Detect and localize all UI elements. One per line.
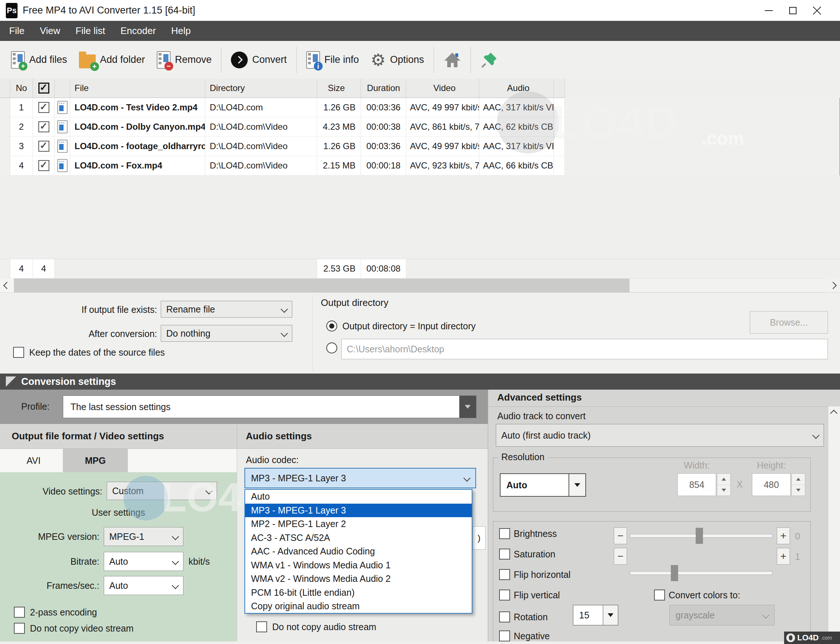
- convert-button[interactable]: Convert: [225, 44, 293, 75]
- scroll-left-button[interactable]: [0, 279, 14, 292]
- close-button[interactable]: [805, 0, 829, 21]
- custom-directory-radio[interactable]: [326, 342, 337, 353]
- spin-down-button[interactable]: [717, 485, 730, 496]
- video-settings-select[interactable]: Custom: [107, 482, 217, 500]
- two-pass-checkbox[interactable]: [14, 607, 25, 618]
- row-checkbox[interactable]: [38, 160, 49, 171]
- options-button[interactable]: ⚙ Options: [365, 44, 430, 75]
- same-directory-radio[interactable]: [326, 320, 337, 332]
- saturation-plus-button[interactable]: +: [777, 548, 790, 565]
- resolution-select[interactable]: Auto: [500, 473, 586, 497]
- fps-select[interactable]: Auto: [104, 576, 184, 595]
- table-row[interactable]: 3 LO4D.com - footage_oldharryrocks.mp4 D…: [0, 137, 840, 156]
- width-input[interactable]: 854: [678, 473, 716, 496]
- dropdown-option[interactable]: WMA v1 - Windows Media Audio 1: [245, 559, 472, 572]
- row-checkbox[interactable]: [38, 141, 49, 152]
- dropdown-option[interactable]: PCM 16-bit (Little endian): [245, 586, 472, 600]
- no-copy-video-checkbox[interactable]: [14, 623, 25, 634]
- row-checkbox[interactable]: [38, 122, 49, 132]
- height-stepper[interactable]: [791, 473, 805, 496]
- spin-up-button[interactable]: [792, 474, 805, 485]
- width-stepper[interactable]: [717, 473, 731, 496]
- height-input[interactable]: 480: [752, 473, 791, 496]
- custom-directory-option[interactable]: [326, 342, 337, 353]
- slider-thumb[interactable]: [671, 565, 678, 581]
- brightness-slider[interactable]: [630, 527, 773, 544]
- vertical-scrollbar[interactable]: [828, 406, 840, 644]
- column-directory[interactable]: Directory: [205, 79, 317, 98]
- saturation-option[interactable]: Saturation: [499, 549, 555, 560]
- keep-dates-option[interactable]: Keep the dates of the source files: [13, 347, 165, 358]
- table-row[interactable]: 2 LO4D.com - Dolby Canyon.mp4 D:\LO4D.co…: [0, 117, 840, 137]
- same-directory-option[interactable]: Output directory = Input directory: [326, 320, 476, 332]
- flip-vertical-option[interactable]: Flip vertical: [499, 590, 560, 601]
- after-conversion-select[interactable]: Do nothing: [161, 325, 292, 342]
- spin-up-button[interactable]: [717, 474, 730, 485]
- bitrate-select[interactable]: Auto: [104, 552, 184, 571]
- rotation-checkbox[interactable]: [499, 611, 510, 623]
- slider-thumb[interactable]: [696, 528, 703, 544]
- audio-codec-select[interactable]: MP3 - MPEG-1 Layer 3: [244, 468, 476, 488]
- horizontal-scrollbar[interactable]: [0, 279, 840, 292]
- negative-option[interactable]: Negative: [499, 631, 550, 641]
- resolution-dropdown-button[interactable]: [569, 474, 585, 496]
- menu-encoder[interactable]: Encoder: [113, 21, 164, 41]
- column-duration[interactable]: Duration: [361, 79, 406, 98]
- maximize-button[interactable]: [781, 0, 805, 21]
- add-folder-button[interactable]: + Add folder: [73, 44, 151, 75]
- flip-horizontal-checkbox[interactable]: [499, 569, 510, 580]
- home-button[interactable]: [438, 44, 467, 75]
- audio-track-select[interactable]: Auto (first audio track): [496, 424, 824, 447]
- profile-dropdown-button[interactable]: [459, 396, 476, 418]
- column-no[interactable]: No: [10, 79, 33, 98]
- two-pass-option[interactable]: 2-pass encoding: [14, 607, 97, 618]
- brightness-plus-button[interactable]: +: [777, 527, 790, 544]
- convert-colors-checkbox[interactable]: [654, 590, 665, 601]
- dropdown-option[interactable]: WMA v2 - Windows Media Audio 2: [245, 572, 472, 586]
- flip-vertical-checkbox[interactable]: [499, 590, 510, 601]
- no-copy-video-option[interactable]: Do not copy video stream: [14, 623, 133, 634]
- browse-button[interactable]: Browse...: [750, 311, 828, 334]
- scroll-right-button[interactable]: [826, 279, 840, 292]
- pin-button[interactable]: [475, 44, 504, 75]
- row-checkbox[interactable]: [38, 102, 49, 113]
- table-row[interactable]: 1 LO4D.com - Test Video 2.mp4 D:\LO4D.co…: [0, 98, 840, 117]
- if-exists-select[interactable]: Rename file: [161, 301, 292, 318]
- flip-horizontal-option[interactable]: Flip horizontal: [499, 569, 571, 580]
- rotation-option[interactable]: Rotation: [499, 611, 548, 623]
- rotation-select[interactable]: 15: [573, 605, 618, 625]
- mpeg-version-select[interactable]: MPEG-1: [104, 527, 184, 546]
- profile-select[interactable]: The last session settings: [63, 396, 476, 418]
- dropdown-option[interactable]: MP2 - MPEG-1 Layer 2: [245, 517, 472, 531]
- select-all-checkbox[interactable]: [38, 82, 49, 94]
- dropdown-option[interactable]: AAC - Advanced Audio Coding: [245, 545, 472, 559]
- saturation-slider[interactable]: [630, 565, 773, 582]
- conversion-settings-bar[interactable]: Conversion settings: [0, 373, 840, 389]
- menu-help[interactable]: Help: [164, 21, 199, 41]
- column-audio[interactable]: Audio: [479, 79, 554, 98]
- negative-checkbox[interactable]: [499, 631, 510, 641]
- menu-file[interactable]: File: [2, 21, 32, 41]
- dropdown-option[interactable]: AC-3 - ATSC A/52A: [245, 531, 472, 545]
- saturation-minus-button[interactable]: −: [614, 548, 627, 565]
- no-copy-audio-option[interactable]: Do not copy audio stream: [256, 621, 376, 632]
- tab-mpg[interactable]: MPG: [63, 449, 128, 472]
- no-copy-audio-checkbox[interactable]: [256, 621, 267, 632]
- menu-view[interactable]: View: [32, 21, 68, 41]
- convert-colors-select[interactable]: grayscale: [669, 605, 774, 625]
- dropdown-option[interactable]: Auto: [245, 490, 472, 504]
- convert-colors-option[interactable]: Convert colors to:: [654, 590, 740, 601]
- file-info-button[interactable]: i File info: [300, 44, 365, 75]
- minimize-button[interactable]: [757, 0, 781, 21]
- brightness-minus-button[interactable]: −: [614, 527, 627, 544]
- scrollbar-thumb[interactable]: [14, 279, 630, 292]
- tab-avi[interactable]: AVI: [4, 449, 63, 472]
- table-row[interactable]: 4 LO4D.com - Fox.mp4 D:\LO4D.com\Video 2…: [0, 156, 840, 176]
- spin-down-button[interactable]: [792, 485, 805, 496]
- remove-button[interactable]: − Remove: [151, 44, 218, 75]
- menu-file-list[interactable]: File list: [68, 21, 113, 41]
- saturation-checkbox[interactable]: [499, 549, 510, 560]
- column-size[interactable]: Size: [317, 79, 361, 98]
- dropdown-option[interactable]: Copy original audio stream: [245, 600, 472, 613]
- brightness-checkbox[interactable]: [499, 528, 510, 539]
